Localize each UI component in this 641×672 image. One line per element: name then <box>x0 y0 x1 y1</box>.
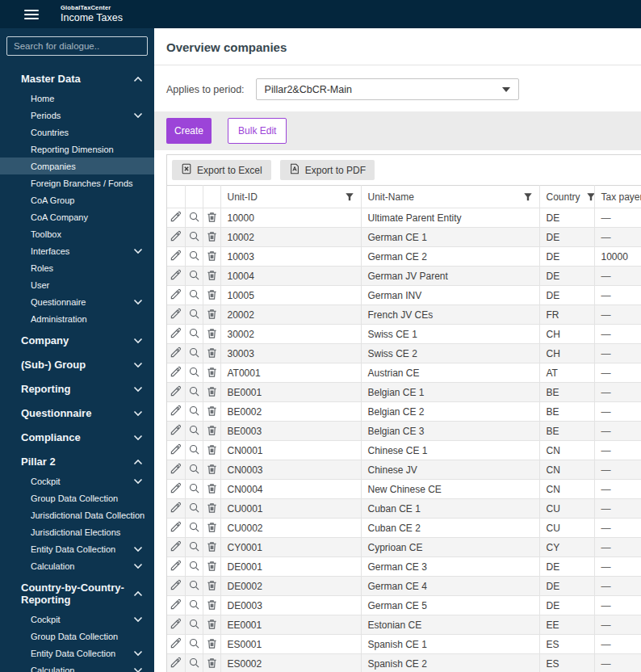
edit-button[interactable] <box>168 229 183 246</box>
edit-button[interactable] <box>168 326 183 343</box>
delete-button[interactable] <box>204 326 220 343</box>
view-button[interactable] <box>186 422 202 440</box>
sidebar-item-toolbox[interactable]: Toolbox <box>0 225 154 242</box>
column-header-unit-name[interactable]: Unit-Name <box>361 186 539 208</box>
view-button[interactable] <box>186 481 202 498</box>
export-to-pdf-button[interactable]: Export to PDF <box>280 160 375 180</box>
sidebar-item-reporting[interactable]: Reporting <box>0 378 154 400</box>
export-to-excel-button[interactable]: Export to Excel <box>172 160 271 180</box>
filter-icon[interactable] <box>523 192 533 202</box>
edit-button[interactable] <box>168 519 183 537</box>
edit-button[interactable] <box>168 306 183 324</box>
hamburger-menu-icon[interactable] <box>24 7 39 22</box>
delete-button[interactable] <box>204 287 220 304</box>
view-button[interactable] <box>186 519 202 537</box>
delete-button[interactable] <box>204 519 220 537</box>
period-select[interactable]: Pillar2&CbCR-Main <box>256 78 519 100</box>
sidebar-item-periods[interactable]: Periods <box>0 107 154 124</box>
sidebar-item-coa-company[interactable]: CoA Company <box>0 208 154 225</box>
sidebar-item-cockpit[interactable]: Cockpit <box>0 472 154 489</box>
edit-button[interactable] <box>168 481 183 498</box>
bulk-edit-button[interactable]: Bulk Edit <box>228 118 287 144</box>
column-header-tax-payer[interactable]: Tax payer ( <box>594 186 641 208</box>
delete-button[interactable] <box>204 442 220 460</box>
view-button[interactable] <box>186 461 202 479</box>
delete-button[interactable] <box>204 481 220 498</box>
sidebar-item-questionnaire[interactable]: Questionnaire <box>0 293 154 310</box>
edit-button[interactable] <box>168 403 183 421</box>
sidebar-item-compliance[interactable]: Compliance <box>0 426 154 448</box>
create-button[interactable]: Create <box>166 118 212 144</box>
sidebar-item-country-by-country-reporting[interactable]: Country-by-Country-Reporting <box>0 577 154 611</box>
view-button[interactable] <box>186 229 202 246</box>
edit-button[interactable] <box>168 345 183 363</box>
delete-button[interactable] <box>204 403 220 421</box>
delete-button[interactable] <box>204 209 220 227</box>
sidebar-item-reporting-dimension[interactable]: Reporting Dimension <box>0 141 154 158</box>
sidebar-item-cockpit[interactable]: Cockpit <box>0 611 154 628</box>
edit-button[interactable] <box>168 209 183 227</box>
search-input[interactable] <box>6 36 148 56</box>
delete-button[interactable] <box>204 500 220 518</box>
delete-button[interactable] <box>204 558 220 576</box>
delete-button[interactable] <box>204 422 220 440</box>
view-button[interactable] <box>186 558 202 576</box>
edit-button[interactable] <box>168 422 183 440</box>
sidebar-item-sub-group[interactable]: (Sub-) Group <box>0 354 154 376</box>
edit-button[interactable] <box>168 558 183 576</box>
view-button[interactable] <box>186 326 202 343</box>
column-header-country[interactable]: Country <box>539 186 594 208</box>
delete-button[interactable] <box>204 384 220 401</box>
view-button[interactable] <box>186 306 202 324</box>
sidebar-item-calculation[interactable]: Calculation <box>0 662 154 672</box>
view-button[interactable] <box>186 616 202 634</box>
sidebar-item-companies[interactable]: Companies <box>0 158 154 174</box>
edit-button[interactable] <box>168 248 183 266</box>
sidebar-item-calculation[interactable]: Calculation <box>0 557 154 574</box>
view-button[interactable] <box>186 442 202 460</box>
edit-button[interactable] <box>168 442 183 460</box>
sidebar-item-group-data-collection[interactable]: Group Data Collection <box>0 628 154 645</box>
sidebar-item-company[interactable]: Company <box>0 330 154 351</box>
filter-icon[interactable] <box>345 192 354 202</box>
view-button[interactable] <box>186 636 202 653</box>
view-button[interactable] <box>186 597 202 615</box>
delete-button[interactable] <box>204 578 220 595</box>
sidebar-item-coa-group[interactable]: CoA Group <box>0 191 154 208</box>
delete-button[interactable] <box>204 636 220 653</box>
delete-button[interactable] <box>204 616 220 634</box>
delete-button[interactable] <box>204 267 220 285</box>
delete-button[interactable] <box>204 345 220 363</box>
delete-button[interactable] <box>204 539 220 556</box>
sidebar-item-pillar-2[interactable]: Pillar 2 <box>0 451 154 472</box>
view-button[interactable] <box>186 209 202 227</box>
view-button[interactable] <box>186 403 202 421</box>
edit-button[interactable] <box>168 500 183 518</box>
view-button[interactable] <box>186 364 202 382</box>
edit-button[interactable] <box>168 655 183 672</box>
view-button[interactable] <box>186 578 202 595</box>
sidebar-item-entity-data-collection[interactable]: Entity Data Collection <box>0 540 154 557</box>
delete-button[interactable] <box>204 655 220 672</box>
edit-button[interactable] <box>168 636 183 653</box>
delete-button[interactable] <box>204 306 220 324</box>
edit-button[interactable] <box>168 539 183 556</box>
sidebar-item-entity-data-collection[interactable]: Entity Data Collection <box>0 645 154 662</box>
view-button[interactable] <box>186 345 202 363</box>
view-button[interactable] <box>186 384 202 401</box>
delete-button[interactable] <box>204 364 220 382</box>
view-button[interactable] <box>186 655 202 672</box>
delete-button[interactable] <box>204 229 220 246</box>
view-button[interactable] <box>186 539 202 556</box>
delete-button[interactable] <box>204 597 220 615</box>
view-button[interactable] <box>186 267 202 285</box>
sidebar-item-jurisdictional-elections[interactable]: Jurisdictional Elections <box>0 523 154 540</box>
delete-button[interactable] <box>204 461 220 479</box>
column-header-unit-id[interactable]: Unit-ID <box>220 186 361 208</box>
sidebar-item-roles[interactable]: Roles <box>0 259 154 276</box>
sidebar-item-home[interactable]: Home <box>0 90 154 107</box>
sidebar-item-foreign-branches-fonds[interactable]: Foreign Branches / Fonds <box>0 174 154 191</box>
sidebar-item-user[interactable]: User <box>0 276 154 293</box>
edit-button[interactable] <box>168 578 183 595</box>
view-button[interactable] <box>186 500 202 518</box>
